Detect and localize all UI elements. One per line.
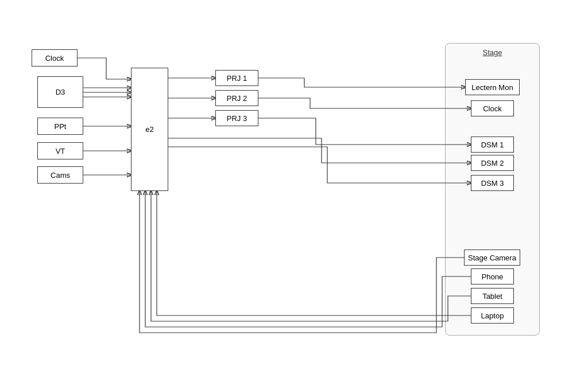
clock-input: Clock bbox=[32, 49, 78, 67]
tablet-box: Tablet bbox=[471, 288, 514, 304]
vt-input: VT bbox=[37, 142, 83, 159]
prj2-box: PRJ 2 bbox=[215, 90, 258, 106]
phone-box: Phone bbox=[471, 268, 514, 285]
dsm2-box: DSM 2 bbox=[471, 155, 514, 171]
cams-input: Cams bbox=[37, 166, 83, 184]
d3-input: D3 bbox=[37, 76, 83, 108]
stage-camera-box: Stage Camera bbox=[464, 250, 520, 266]
diagram-container: Stage bbox=[0, 0, 588, 378]
ppt-input: PPt bbox=[37, 118, 83, 135]
stage-label: Stage bbox=[483, 48, 502, 57]
dsm1-box: DSM 1 bbox=[471, 137, 514, 153]
laptop-box: Laptop bbox=[471, 307, 514, 324]
prj1-box: PRJ 1 bbox=[215, 70, 258, 86]
dsm3-box: DSM 3 bbox=[471, 175, 514, 191]
e2-processor: e2 bbox=[131, 68, 168, 191]
clock-out-box: Clock bbox=[471, 100, 514, 116]
lectern-mon-box: Lectern Mon bbox=[465, 79, 520, 95]
prj3-box: PRJ 3 bbox=[215, 110, 258, 126]
